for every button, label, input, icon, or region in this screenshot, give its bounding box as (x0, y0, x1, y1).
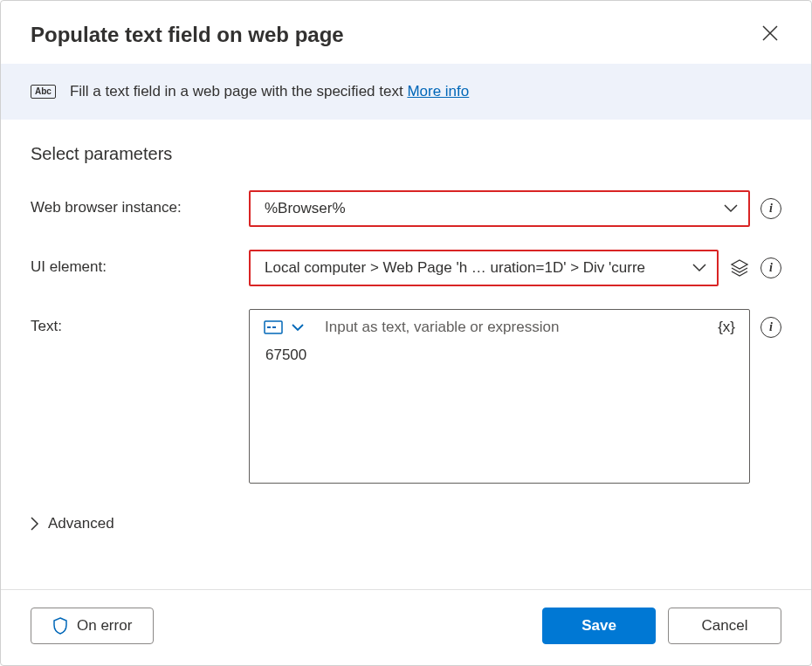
text-toolbar: Input as text, variable or expression {x… (250, 310, 749, 340)
text-placeholder: Input as text, variable or expression (325, 319, 705, 336)
param-row-browser: Web browser instance: %Browser% i (31, 190, 781, 227)
cancel-button[interactable]: Cancel (668, 608, 781, 644)
info-icon: i (760, 198, 781, 219)
close-button[interactable] (759, 22, 781, 48)
text-input-box[interactable]: Input as text, variable or expression {x… (249, 309, 750, 484)
chevron-down-icon (692, 264, 706, 272)
ui-element-picker-button[interactable] (729, 257, 750, 278)
abc-icon: Abc (31, 85, 56, 99)
dialog-header: Populate text field on web page (1, 1, 811, 64)
text-label: Text: (31, 309, 249, 335)
banner-text: Fill a text field in a web page with the… (70, 83, 469, 100)
ui-element-dropdown[interactable]: Local computer > Web Page 'h … uration=1… (249, 250, 719, 286)
layers-icon (730, 258, 749, 278)
advanced-label: Advanced (48, 515, 114, 532)
param-row-ui-element: UI element: Local computer > Web Page 'h… (31, 250, 781, 286)
chevron-down-icon[interactable] (292, 324, 304, 332)
text-value: 67500 (250, 340, 749, 374)
ui-element-info-button[interactable]: i (760, 257, 781, 278)
text-info-button[interactable]: i (760, 317, 781, 338)
content-area: Select parameters Web browser instance: … (1, 120, 811, 589)
svg-rect-2 (272, 326, 276, 328)
info-banner: Abc Fill a text field in a web page with… (1, 64, 811, 120)
on-error-button[interactable]: On error (31, 608, 154, 644)
on-error-label: On error (77, 617, 132, 635)
ui-element-label: UI element: (31, 250, 249, 276)
more-info-link[interactable]: More info (407, 83, 469, 100)
browser-info-button[interactable]: i (760, 198, 781, 219)
chevron-down-icon (724, 204, 738, 213)
chevron-right-icon (31, 517, 39, 531)
info-icon: i (760, 257, 781, 278)
cancel-label: Cancel (702, 617, 748, 635)
save-label: Save (581, 617, 616, 635)
browser-value: %Browser% (265, 200, 346, 217)
dialog-footer: On error Save Cancel (1, 589, 811, 665)
shield-icon (52, 617, 68, 635)
ui-element-value: Local computer > Web Page 'h … uration=1… (265, 259, 645, 277)
svg-rect-1 (267, 326, 271, 328)
browser-label: Web browser instance: (31, 190, 249, 216)
section-title: Select parameters (31, 144, 781, 164)
info-icon: i (760, 317, 781, 338)
advanced-toggle[interactable]: Advanced (31, 515, 781, 532)
variable-picker-button[interactable]: {x} (714, 319, 739, 336)
browser-dropdown[interactable]: %Browser% (249, 190, 750, 227)
textbox-icon (264, 320, 283, 334)
param-row-text: Text: Input as text, variable or express… (31, 309, 781, 484)
banner-text-content: Fill a text field in a web page with the… (70, 83, 407, 100)
close-icon (762, 25, 778, 41)
save-button[interactable]: Save (542, 608, 656, 644)
dialog-title: Populate text field on web page (31, 23, 344, 47)
